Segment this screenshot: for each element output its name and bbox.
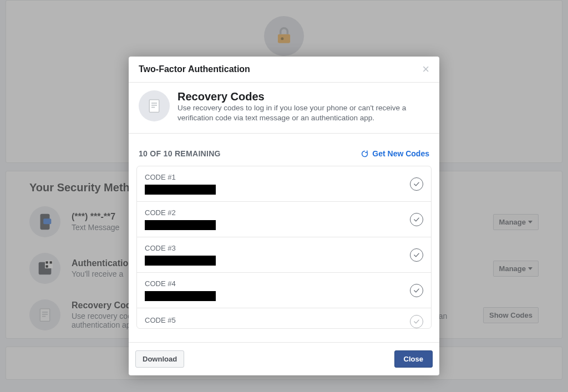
close-button[interactable]: Close [394,350,433,368]
code-value-redacted [145,291,216,301]
code-label: CODE #1 [145,173,216,181]
codes-status-bar: 10 OF 10 REMAINING Get New Codes [129,134,439,166]
code-row: CODE #5 [137,308,431,328]
modal-overlay: Two-Factor Authentication × Recovery Cod… [0,0,568,392]
checkmark-icon [410,177,423,191]
code-label: CODE #3 [145,244,216,252]
code-row: CODE #4 [137,273,431,308]
download-button[interactable]: Download [135,350,184,368]
modal-info: Recovery Codes Use recovery codes to log… [129,83,439,134]
checkmark-icon [410,315,423,328]
info-description: Use recovery codes to log in if you lose… [178,103,429,123]
checkmark-icon [410,248,423,262]
code-row: CODE #3 [137,237,431,273]
code-value-redacted [145,220,216,230]
get-new-codes-link[interactable]: Get New Codes [361,149,429,158]
codes-remaining: 10 OF 10 REMAINING [139,149,221,158]
recovery-codes-modal: Two-Factor Authentication × Recovery Cod… [129,57,439,375]
checkmark-icon [410,284,423,297]
notepad-icon [139,90,170,121]
modal-header: Two-Factor Authentication × [129,57,439,83]
refresh-icon [361,150,369,158]
code-row: CODE #1 [137,166,431,202]
code-label: CODE #2 [145,208,216,217]
modal-title: Two-Factor Authentication [139,64,250,74]
code-value-redacted [145,185,216,195]
modal-footer: Download Close [129,342,439,375]
checkmark-icon [410,213,423,226]
code-label: CODE #5 [145,316,176,324]
svg-rect-13 [149,100,159,113]
code-value-redacted [145,256,216,266]
info-title: Recovery Codes [178,90,429,103]
close-icon[interactable]: × [422,63,429,75]
code-row: CODE #2 [137,202,431,237]
codes-list: CODE #1 CODE #2 CODE #3 [136,166,432,329]
code-label: CODE #4 [145,279,216,288]
